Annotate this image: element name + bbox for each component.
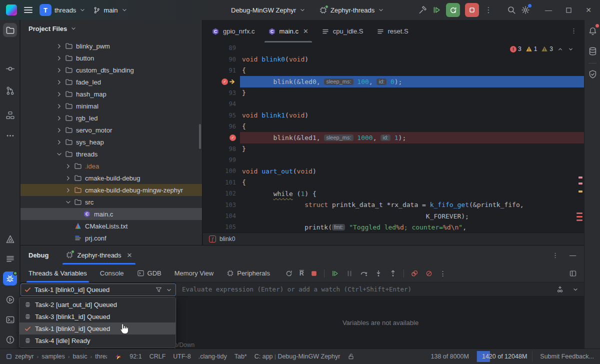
project-widget[interactable]: T threads [40,4,86,16]
stripe-mark[interactable] [578,176,582,178]
kebab-icon[interactable]: ⋮ [570,27,577,34]
code-line[interactable]: 103 struct printk_data_t *rx_data = k_fi… [203,199,584,210]
rerun-icon[interactable] [285,270,293,278]
tree-row[interactable]: servo_motor [20,124,202,136]
status-breadcrumbs[interactable]: zephyr› samples› basic› threads [6,353,107,360]
editor-tab-main-c[interactable]: Cmain.c✕ [262,20,315,42]
reset-icon[interactable]: R [300,270,304,277]
line-number[interactable]: 99 [203,156,240,164]
step-over-icon[interactable] [360,270,368,278]
code-line[interactable]: 101{ [203,177,584,188]
stripe-mark[interactable] [576,216,582,218]
tree-row[interactable]: src [20,196,202,208]
step-out-icon[interactable] [389,270,397,278]
prev-issue-icon[interactable] [557,46,564,52]
tree-chevron-icon[interactable] [56,150,63,158]
close-icon[interactable]: ✕ [127,252,132,259]
chevron-down-icon[interactable] [166,286,172,294]
tree-row[interactable]: button [20,52,202,64]
thread-selector[interactable]: Task-1 [blink0_id] Queued [20,284,176,296]
dropdown-item[interactable]: Task-4 [idle] Ready [20,334,176,346]
line-number[interactable]: 102 [203,190,240,197]
linter-status[interactable]: .clang-tidy [198,353,227,360]
minimize-icon[interactable]: — [541,3,556,17]
cmake-tool-button[interactable] [3,232,17,246]
code-line[interactable]: 99 [203,154,584,166]
line-number[interactable]: 89 [203,44,240,52]
project-tool-button[interactable] [3,23,17,37]
line-number[interactable]: 95 [203,112,240,119]
run-configuration-selector[interactable]: Debug-MinGW Zephyr [231,6,306,14]
caret-position[interactable]: 92:1 [130,353,142,360]
code-line[interactable]: 95void blink1(void) [203,110,584,120]
line-number[interactable]: 98 [203,146,240,152]
build-hammer-icon[interactable] [418,6,427,14]
branch-widget[interactable]: main [93,6,128,14]
stripe-mark[interactable] [578,182,582,184]
pause-icon[interactable] [346,270,354,278]
maximize-icon[interactable] [561,3,576,17]
stripe-mark[interactable] [576,220,582,221]
code-line[interactable]: 100void uart_out(void) [203,166,584,176]
tree-row[interactable]: hash_map [20,88,202,100]
database-button[interactable] [586,44,600,58]
add-watch-icon[interactable] [556,286,564,294]
code-line[interactable]: 102 while (1) { [203,188,584,199]
code-line[interactable]: ✓ blink(&led1, sleep_ms: 1000, id: 1); [203,132,584,143]
breakpoint-gutter[interactable]: ✓ [203,78,240,85]
step-into-icon[interactable] [374,270,382,278]
tab-console[interactable]: Console [100,264,124,282]
structure-tool-button[interactable] [3,108,17,122]
breadcrumb-function[interactable]: blink0 [220,236,235,242]
submit-feedback-link[interactable]: Submit Feedback... [540,353,594,360]
more-tool-windows-button[interactable] [3,128,17,142]
rerun-debug-button[interactable] [446,3,460,17]
tree-row[interactable]: blinky_pwm [20,40,202,52]
kebab-icon[interactable]: ⋮ [552,252,558,259]
project-panel-header[interactable]: Project Files [20,20,202,37]
search-icon[interactable] [507,6,516,14]
chevron-down-icon[interactable] [572,286,579,293]
editor-tab-cpu_idle-S[interactable]: cpu_idle.S [315,20,370,42]
hamburger-menu-icon[interactable] [24,6,32,14]
tree-chevron-icon[interactable] [56,138,63,146]
commit-tool-button[interactable] [3,62,17,76]
stop-icon[interactable] [310,270,318,277]
tree-row[interactable]: Cmain.c [20,208,202,220]
editor-tab-reset-S[interactable]: reset.S [370,20,415,42]
tree-row[interactable]: minimal [20,100,202,112]
messages-tool-button[interactable] [3,252,17,266]
code-line[interactable]: 96{ [203,121,584,132]
code-line[interactable]: 98} [203,144,584,154]
lock-open-icon[interactable] [348,353,354,360]
code-line[interactable]: 90void blink0(void) [203,54,584,64]
notifications-button[interactable] [586,24,600,38]
line-number[interactable]: 103 [203,202,240,208]
breakpoint-gutter[interactable]: ✓ [203,134,240,141]
tree-chevron-icon[interactable] [56,42,63,50]
tree-chevron-icon[interactable] [56,114,63,122]
tab-memory-view[interactable]: Memory View [174,264,214,282]
close-icon[interactable]: ✕ [581,3,596,17]
resume-icon[interactable] [331,270,339,278]
tree-chevron-icon[interactable] [56,66,63,74]
dropdown-item[interactable]: Task-1 [blink0_id] Queued [20,322,176,334]
code-area[interactable]: 8990void blink0(void)91{✓ blink(&led0, s… [203,42,584,232]
tree-row[interactable]: threads [20,148,202,160]
tree-row[interactable]: cmake-build-debug-mingw-zephyr [20,184,202,196]
inspections-widget[interactable]: !3 1 3 [510,46,574,52]
next-issue-icon[interactable] [568,46,574,52]
editor-tab-gpio_nrfx-c[interactable]: Cgpio_nrfx.c [205,20,262,42]
dropdown-item[interactable]: Task-3 [blink1_id] Queued [20,310,176,322]
line-number[interactable]: 96 [203,123,240,130]
security-button[interactable] [586,67,600,81]
tab-threads-variables[interactable]: Threads & Variables [28,264,87,282]
tree-chevron-icon[interactable] [56,126,63,134]
run-tool-button[interactable] [3,292,17,306]
stop-button[interactable] [465,3,479,17]
line-number[interactable]: 104 [203,212,240,220]
hide-panel-icon[interactable]: — [570,252,576,259]
tree-row[interactable]: cmake-build-debug [20,172,202,184]
line-number[interactable]: 105 [203,224,240,230]
stripe-mark[interactable] [576,212,582,214]
